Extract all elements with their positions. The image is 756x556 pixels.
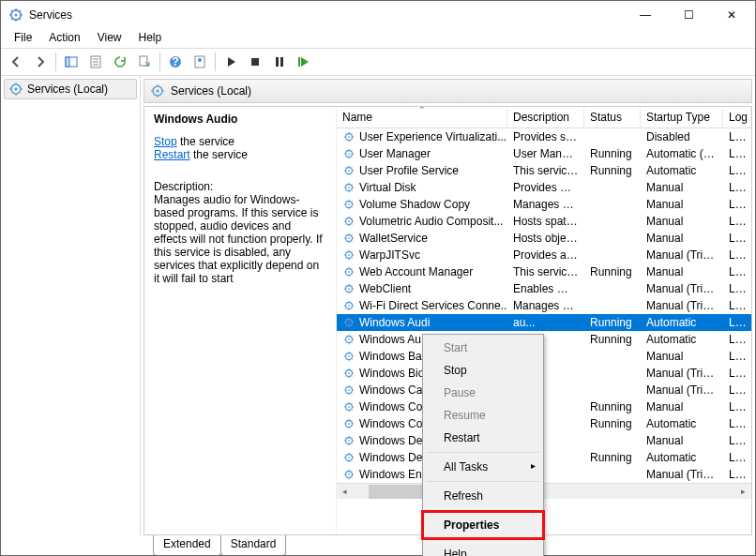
svg-point-38 bbox=[348, 271, 350, 273]
service-row[interactable]: Windows CoRunningAutomaticLoca bbox=[337, 415, 751, 432]
stop-link[interactable]: Stop bbox=[154, 135, 177, 148]
svg-text:?: ? bbox=[172, 55, 178, 68]
maximize-button[interactable]: ☐ bbox=[667, 1, 710, 29]
menu-help[interactable]: Help bbox=[131, 29, 170, 48]
service-row[interactable]: WebClientEnables Win...Manual (Trig...Lo… bbox=[337, 280, 751, 297]
service-name: Windows De bbox=[359, 434, 422, 447]
service-name: Windows Bio bbox=[359, 367, 424, 380]
cm-all-tasks[interactable]: All Tasks▸ bbox=[425, 456, 541, 478]
cm-properties[interactable]: Properties bbox=[425, 514, 541, 536]
svg-point-20 bbox=[157, 90, 159, 93]
refresh-button[interactable] bbox=[109, 51, 131, 73]
minimize-button[interactable]: — bbox=[624, 1, 667, 29]
tab-extended[interactable]: Extended bbox=[153, 535, 221, 556]
properties-button[interactable] bbox=[84, 51, 107, 73]
pane-header: Services (Local) bbox=[144, 79, 752, 103]
cm-resume: Resume bbox=[425, 404, 541, 427]
service-row[interactable]: Windows DeD...RunningAutomaticLoca bbox=[337, 449, 751, 466]
service-startup-type: Manual bbox=[641, 215, 723, 228]
stop-service-button[interactable] bbox=[244, 51, 266, 73]
svg-point-44 bbox=[348, 322, 350, 323]
back-button[interactable] bbox=[5, 51, 27, 73]
service-name: Windows Bac bbox=[359, 350, 428, 363]
service-description: Hosts objec... bbox=[507, 232, 584, 245]
menu-file[interactable]: File bbox=[7, 29, 39, 48]
menu-view[interactable]: View bbox=[90, 29, 129, 48]
service-logon: Loca bbox=[723, 417, 751, 430]
col-header-log[interactable]: Log bbox=[723, 107, 751, 128]
service-row[interactable]: Volume Shadow CopyManages an...ManualLoc… bbox=[337, 196, 751, 213]
col-header-name[interactable]: ⌃Name bbox=[337, 107, 507, 128]
service-name: WebClient bbox=[359, 282, 411, 295]
col-header-description[interactable]: Description bbox=[507, 107, 584, 128]
service-logon: Loca bbox=[723, 130, 751, 143]
service-row[interactable]: Windows BacManualLoca bbox=[337, 348, 751, 365]
horizontal-scrollbar[interactable]: ◂▸ bbox=[337, 483, 751, 499]
svg-point-46 bbox=[348, 338, 350, 340]
service-startup-type: Automatic bbox=[641, 333, 723, 346]
service-description: Manages co... bbox=[507, 299, 584, 312]
service-row[interactable]: Windows BioManual (Trig...Loca bbox=[337, 365, 751, 382]
svg-point-52 bbox=[348, 389, 350, 391]
service-row[interactable]: Volumetric Audio Composit...Hosts spatia… bbox=[337, 213, 751, 230]
cm-stop[interactable]: Stop bbox=[425, 359, 541, 382]
service-row[interactable]: Windows DeManualLoca bbox=[337, 432, 751, 449]
tab-standard[interactable]: Standard bbox=[220, 535, 287, 556]
service-logon: Loca bbox=[723, 282, 751, 295]
service-row[interactable]: User Profile ServiceThis service ...Runn… bbox=[337, 162, 751, 179]
cm-restart[interactable]: Restart bbox=[425, 427, 541, 449]
col-header-status[interactable]: Status bbox=[584, 107, 641, 128]
service-row[interactable]: Windows CaManual (Trig...Loca bbox=[337, 382, 751, 398]
svg-rect-16 bbox=[298, 57, 300, 67]
chevron-right-icon: ▸ bbox=[531, 460, 536, 471]
forward-button[interactable] bbox=[29, 51, 52, 73]
tree-root-services-local[interactable]: Services (Local) bbox=[4, 79, 137, 99]
cm-refresh[interactable]: Refresh bbox=[425, 485, 541, 507]
service-logon: Loca bbox=[723, 350, 751, 363]
service-startup-type: Manual (Trig... bbox=[641, 367, 723, 380]
cm-pause: Pause bbox=[425, 382, 541, 404]
help-topics-button[interactable] bbox=[189, 51, 211, 73]
service-row[interactable]: WalletServiceHosts objec...ManualLoca bbox=[337, 230, 751, 247]
service-row[interactable]: WarpJITSvcProvides a J...Manual (Trig...… bbox=[337, 247, 751, 263]
service-name: Windows Co bbox=[359, 400, 422, 413]
pause-service-button[interactable] bbox=[268, 51, 291, 73]
service-row[interactable]: User ManagerUser Manag...RunningAutomati… bbox=[337, 145, 751, 162]
help-button[interactable]: ? bbox=[164, 51, 187, 73]
restart-link[interactable]: Restart bbox=[154, 148, 190, 161]
service-startup-type: Automatic bbox=[641, 164, 723, 177]
service-row[interactable]: Windows CoC...RunningManualLoca bbox=[337, 398, 751, 415]
service-description: User Manag... bbox=[507, 147, 584, 160]
svg-point-18 bbox=[15, 88, 18, 91]
restart-service-button[interactable] bbox=[293, 51, 315, 73]
close-button[interactable]: ✕ bbox=[710, 1, 753, 29]
svg-point-28 bbox=[348, 187, 350, 188]
service-description: au... bbox=[507, 316, 584, 329]
cm-start: Start bbox=[425, 337, 541, 359]
service-row[interactable]: Wi-Fi Direct Services Conne...Manages co… bbox=[337, 297, 751, 314]
service-name: Windows Enc bbox=[359, 468, 428, 481]
service-status: Running bbox=[584, 164, 641, 177]
service-row[interactable]: Windows Auau...RunningAutomaticLoca bbox=[337, 331, 751, 348]
service-row[interactable]: User Experience Virtualizati...Provides … bbox=[337, 128, 751, 145]
title-bar: Services — ☐ ✕ bbox=[1, 1, 755, 29]
service-logon: Loca bbox=[723, 316, 751, 329]
service-startup-type: Disabled bbox=[641, 130, 723, 143]
service-name: Volumetric Audio Composit... bbox=[359, 215, 503, 228]
col-header-startup-type[interactable]: Startup Type bbox=[641, 107, 723, 128]
service-row[interactable]: Virtual DiskProvides m...ManualLoca bbox=[337, 179, 751, 196]
service-status: Running bbox=[584, 451, 641, 464]
service-row[interactable]: Web Account ManagerThis service ...Runni… bbox=[337, 263, 751, 280]
service-startup-type: Manual bbox=[641, 181, 723, 194]
show-hide-tree-button[interactable] bbox=[60, 51, 83, 73]
service-startup-type: Manual (Trig... bbox=[641, 282, 723, 295]
pane-header-label: Services (Local) bbox=[171, 84, 251, 98]
service-row[interactable]: Windows Audiau...RunningAutomaticLoca bbox=[337, 314, 751, 331]
cm-help[interactable]: Help bbox=[425, 543, 541, 556]
menu-action[interactable]: Action bbox=[41, 29, 87, 48]
svg-point-26 bbox=[348, 170, 350, 172]
service-row[interactable]: Windows EncManual (Trig...Loca bbox=[337, 466, 751, 483]
start-service-button[interactable] bbox=[219, 51, 242, 73]
service-startup-type: Manual (Trig... bbox=[641, 468, 723, 481]
export-button[interactable] bbox=[133, 51, 156, 73]
